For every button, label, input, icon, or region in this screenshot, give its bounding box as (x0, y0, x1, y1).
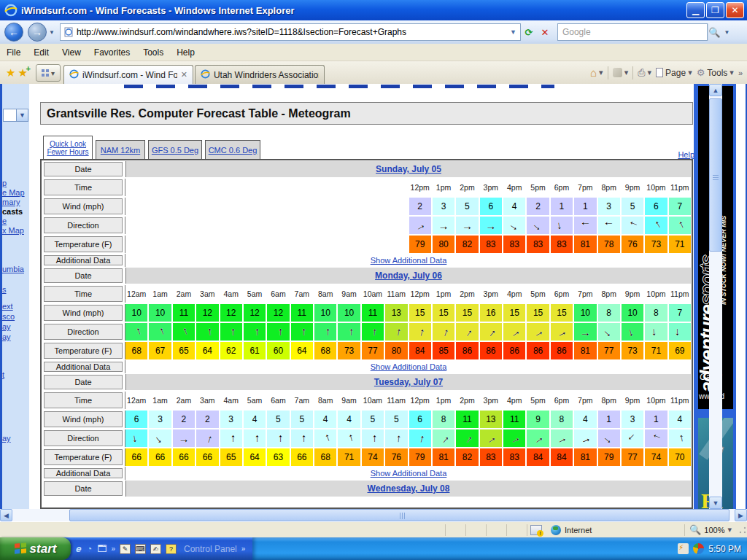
menu-item-view[interactable]: View (55, 45, 88, 60)
show-additional-data-link[interactable]: Show Additional Data (371, 469, 447, 478)
language-bar-overflow-icon[interactable]: » (241, 545, 246, 553)
sidebar-link-fragment[interactable]: ay (2, 322, 29, 331)
model-tab-quick-look[interactable]: Quick LookFewer Hours (43, 136, 93, 159)
browser-tab[interactable]: Utah Windriders Association ... (195, 65, 325, 84)
model-tab-cmc-0-6-deg[interactable]: CMC 0.6 Deg (205, 140, 260, 159)
menu-item-edit[interactable]: Edit (27, 45, 55, 60)
tools-menu-button[interactable]: ⚙ Tools ▾ (697, 67, 734, 78)
sidebar-link-fragment[interactable]: s (2, 285, 29, 294)
quicklaunch-ie-icon[interactable]: 𝒆 (76, 543, 82, 555)
time-cell: 10am (362, 285, 384, 303)
menu-item-tools[interactable]: Tools (136, 45, 170, 60)
refresh-button[interactable]: ⟳ (521, 23, 537, 41)
scroll-left-icon[interactable]: ◀ (0, 509, 12, 521)
sidebar-link-fragment[interactable]: ext (2, 302, 29, 311)
help-link[interactable]: Help (678, 150, 694, 159)
show-additional-data-link[interactable]: Show Additional Data (371, 362, 447, 371)
horizontal-scrollbar[interactable]: ◀ ▶ (0, 509, 747, 521)
print-dropdown-icon[interactable]: ▾ (648, 68, 652, 77)
sidebar-link-fragment[interactable]: sco (2, 312, 29, 321)
scroll-down-icon[interactable]: ▼ (709, 497, 722, 509)
toolbar-overflow-icon[interactable]: » (738, 69, 743, 77)
direction-cell: → (551, 429, 573, 447)
history-dropdown-icon[interactable]: ▼ (49, 29, 55, 36)
tab-close-icon[interactable]: ✕ (181, 70, 187, 79)
java-tray-icon[interactable] (678, 543, 689, 554)
data-row: Additional DataShow Additional Data (42, 360, 692, 373)
feeds-dropdown-icon[interactable]: ▾ (624, 68, 629, 77)
temperature-cell: 79 (409, 236, 431, 253)
print-button[interactable]: ⎙ ▾ (638, 67, 651, 79)
url-dropdown-icon[interactable]: ▼ (506, 28, 520, 36)
date-link[interactable]: Tuesday, July 07 (374, 377, 443, 387)
restore-button[interactable]: ❐ (706, 2, 724, 18)
add-favorite-icon[interactable]: ★ (18, 66, 27, 79)
quick-tabs-dropdown-icon[interactable]: ▾ (51, 69, 55, 77)
search-button[interactable]: 🔍 ▼ (708, 23, 732, 41)
date-link[interactable]: Monday, July 06 (375, 271, 442, 281)
menu-item-favorites[interactable]: Favorites (88, 45, 136, 60)
sidebar-link-fragment[interactable]: p (2, 179, 29, 187)
sidebar-link-fragment[interactable]: ay (2, 434, 29, 443)
quicklaunch-overflow-icon[interactable]: » (111, 545, 115, 553)
sidebar-link-fragment[interactable]: x Map (2, 226, 29, 235)
start-button[interactable]: start (0, 537, 71, 560)
browser-tab[interactable]: iWindsurf.com - Wind For...✕ (63, 65, 193, 84)
date-link[interactable]: Sunday, July 05 (376, 164, 441, 174)
wind-cell: 2 (527, 198, 549, 215)
tools-menu-dropdown-icon[interactable]: ▾ (729, 68, 734, 77)
sidebar-link-fragment[interactable]: e (2, 217, 29, 225)
writing-pad-icon[interactable]: ✍ (150, 544, 161, 554)
time-cell: 1am (149, 392, 171, 409)
quicklaunch-app-icon[interactable]: 🗔 (97, 543, 107, 554)
sidebar-link-fragment[interactable]: casts (2, 207, 29, 216)
vertical-scrollbar[interactable]: ▲ ▼ (709, 84, 722, 509)
scroll-right-icon[interactable]: ▶ (735, 509, 747, 521)
home-button[interactable]: ⌂ ▾ (590, 66, 603, 79)
resize-grip[interactable] (738, 525, 747, 534)
keyboard-icon[interactable]: ⌨ (135, 544, 146, 554)
close-button[interactable]: ✕ (726, 2, 744, 18)
url-input[interactable]: http://www.iwindsurf.com/windandwhere.iw… (60, 23, 521, 41)
date-link[interactable]: Wednesday, July 08 (368, 483, 450, 494)
help-tool-icon[interactable]: ? (166, 544, 177, 554)
search-input[interactable]: Google (557, 23, 708, 41)
zoom-control[interactable]: 🔍 100% ▾ (685, 524, 736, 535)
forward-button[interactable]: → (28, 23, 47, 42)
direction-cell (173, 217, 195, 234)
feeds-button[interactable]: ▾ (613, 68, 629, 77)
sidebar-link-fragment[interactable]: ay (2, 332, 29, 341)
time-cell: 7am (291, 392, 313, 409)
quick-tabs-button[interactable]: ▾ (36, 64, 61, 82)
time-cell (314, 179, 336, 196)
favorites-center-icon[interactable]: ★ (6, 66, 15, 79)
home-dropdown-icon[interactable]: ▾ (599, 68, 603, 77)
sidebar-link-fragment[interactable]: umbia (2, 265, 29, 273)
zoom-dropdown-icon[interactable]: ▾ (727, 525, 732, 534)
stop-button[interactable]: ✕ (537, 23, 553, 41)
search-options-icon[interactable]: ▼ (724, 29, 730, 36)
scroll-up-icon[interactable]: ▲ (709, 84, 722, 96)
horizontal-scroll-thumb[interactable] (69, 509, 729, 521)
site-sidebar: ▼ pe Mapmarycastsex Mapumbiasextscoayayt… (2, 84, 29, 509)
sidebar-link-fragment[interactable]: t (2, 370, 29, 379)
sidebar-link-fragment[interactable]: e Map (2, 188, 29, 197)
back-button[interactable]: ← (4, 23, 23, 42)
menu-item-help[interactable]: Help (170, 45, 201, 60)
vertical-scroll-thumb[interactable] (709, 98, 722, 252)
page-menu-dropdown-icon[interactable]: ▾ (688, 68, 692, 77)
direction-cell: → (244, 429, 266, 447)
sidebar-dropdown[interactable]: ▼ (3, 109, 28, 122)
date-bar: Wednesday, July 08 (125, 481, 691, 497)
sidebar-link-fragment[interactable]: mary (2, 198, 29, 206)
page-menu-button[interactable]: Page ▾ (656, 68, 692, 78)
menu-item-file[interactable]: File (0, 45, 27, 60)
minimize-button[interactable]: ▁ (686, 2, 705, 18)
model-tab-gfs-0-5-deg[interactable]: GFS 0.5 Deg (148, 140, 202, 159)
quicklaunch-msn-icon[interactable]: ◔ (87, 543, 93, 554)
model-tab-nam-12km[interactable]: NAM 12km (96, 140, 145, 159)
show-additional-data-link[interactable]: Show Additional Data (371, 256, 447, 265)
pen-input-icon[interactable]: ✎ (120, 544, 131, 554)
sidebar-dropdown-icon[interactable]: ▼ (16, 109, 28, 121)
app-tray-icon[interactable] (693, 543, 704, 554)
